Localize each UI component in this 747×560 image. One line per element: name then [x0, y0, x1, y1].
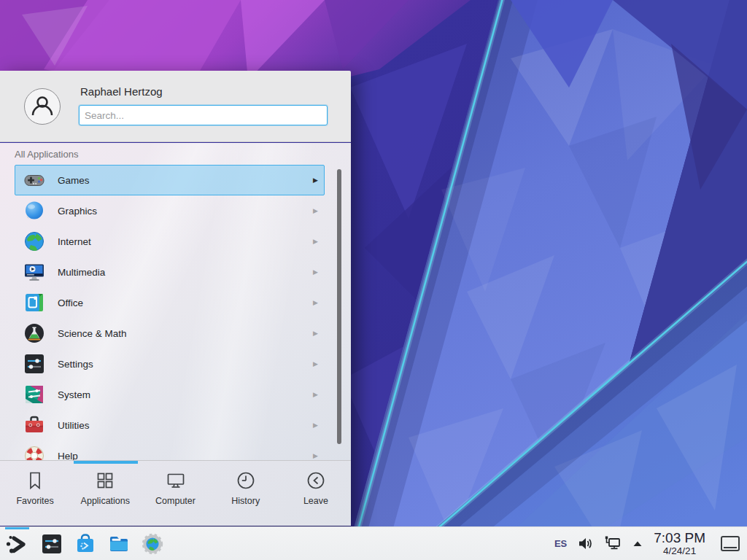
submenu-arrow-icon: ▶: [313, 421, 318, 429]
toolbox-icon: [23, 413, 46, 437]
category-label: System: [58, 389, 90, 400]
globe-icon: [23, 230, 46, 253]
show-desktop-button[interactable]: [721, 536, 740, 551]
category-system[interactable]: System ▶: [15, 379, 325, 410]
category-multimedia[interactable]: Multimedia ▶: [15, 257, 325, 287]
office-document-icon: [23, 291, 46, 314]
submenu-arrow-icon: ▶: [313, 299, 318, 306]
tray-expand-arrow-icon[interactable]: [632, 540, 643, 547]
system-tray: ES 7:03 PM 4/24/21: [554, 531, 747, 557]
tab-computer[interactable]: Computer: [140, 461, 210, 526]
launcher-app-list-area: All Applications Games ▶: [0, 143, 351, 460]
list-scrollbar[interactable]: [337, 169, 341, 444]
category-label: Help: [58, 451, 78, 461]
settings-sliders-icon: [23, 352, 46, 376]
application-launcher-popup: Raphael Hertzog All Applications Games ▶: [0, 71, 351, 526]
kde-kickoff-icon: [5, 532, 28, 556]
clock-date: 4/24/21: [654, 546, 705, 557]
monitor-icon: [166, 470, 186, 491]
category-label: Graphics: [58, 206, 97, 217]
category-label: Office: [58, 298, 83, 308]
category-list: Games ▶ Graphics ▶: [0, 165, 351, 460]
speaker-icon[interactable]: [578, 537, 593, 551]
science-flask-icon: [23, 322, 46, 345]
submenu-arrow-icon: ▶: [313, 452, 318, 459]
system-sliders-icon: [23, 383, 46, 406]
taskbar-app-icons: [40, 532, 164, 556]
category-label: Internet: [58, 236, 91, 247]
tab-label: Leave: [303, 496, 328, 506]
category-internet[interactable]: Internet ▶: [15, 226, 325, 257]
digital-clock[interactable]: 7:03 PM 4/24/21: [654, 531, 705, 557]
help-lifebuoy-icon: [23, 444, 46, 460]
tab-favorites[interactable]: Favorites: [0, 461, 70, 526]
app-grid-icon: [95, 470, 115, 491]
launcher-tab-bar: Favorites Applications Computer: [0, 460, 351, 526]
gamepad-icon: [23, 168, 46, 192]
bookmark-icon: [25, 470, 45, 491]
tab-label: History: [231, 496, 260, 506]
submenu-arrow-icon: ▶: [313, 360, 318, 368]
submenu-arrow-icon: ▶: [313, 238, 318, 245]
application-launcher-button[interactable]: [0, 527, 34, 560]
category-label: Utilities: [58, 420, 90, 431]
leave-circle-icon: [306, 470, 326, 491]
tab-label: Computer: [155, 496, 196, 506]
submenu-arrow-icon: ▶: [313, 330, 318, 337]
user-avatar[interactable]: [24, 88, 61, 125]
search-input[interactable]: [79, 105, 328, 125]
category-label: Science & Math: [58, 328, 127, 339]
category-label: Games: [58, 175, 90, 186]
user-icon: [26, 90, 58, 122]
category-science-math[interactable]: Science & Math ▶: [15, 318, 325, 349]
submenu-arrow-icon: ▶: [313, 207, 318, 214]
submenu-arrow-icon: ▶: [313, 268, 318, 276]
submenu-arrow-icon: ▶: [313, 176, 318, 184]
clock-icon: [236, 470, 256, 491]
tab-applications[interactable]: Applications: [70, 461, 140, 526]
launcher-active-indicator: [5, 527, 29, 529]
multimedia-monitor-icon: [23, 260, 46, 284]
category-games[interactable]: Games ▶: [15, 165, 325, 195]
active-tab-indicator: [74, 461, 138, 464]
network-wired-icon[interactable]: [604, 536, 622, 551]
category-graphics[interactable]: Graphics ▶: [15, 195, 325, 226]
submenu-arrow-icon: ▶: [313, 391, 318, 398]
clock-time: 7:03 PM: [654, 531, 705, 546]
discover-icon[interactable]: [74, 532, 97, 556]
launcher-header: Raphael Hertzog: [0, 71, 351, 142]
category-label: Settings: [58, 359, 93, 370]
category-settings[interactable]: Settings ▶: [15, 349, 325, 379]
system-settings-icon[interactable]: [40, 532, 63, 556]
user-name: Raphael Hertzog: [80, 85, 163, 98]
tab-history[interactable]: History: [211, 461, 281, 526]
keyboard-layout-indicator[interactable]: ES: [554, 538, 567, 549]
section-label: All Applications: [15, 149, 351, 160]
tab-leave[interactable]: Leave: [281, 461, 351, 526]
tab-label: Favorites: [16, 496, 53, 506]
tab-label: Applications: [81, 496, 130, 506]
category-utilities[interactable]: Utilities ▶: [15, 410, 325, 440]
konqueror-globe-icon[interactable]: [141, 532, 164, 556]
category-office[interactable]: Office ▶: [15, 287, 325, 318]
category-label: Multimedia: [58, 267, 105, 278]
dolphin-folder-icon[interactable]: [107, 532, 131, 556]
graphics-sphere-icon: [23, 199, 46, 222]
taskbar-panel: ES 7:03 PM 4/24/21: [0, 526, 747, 560]
category-help[interactable]: Help ▶: [15, 440, 325, 460]
